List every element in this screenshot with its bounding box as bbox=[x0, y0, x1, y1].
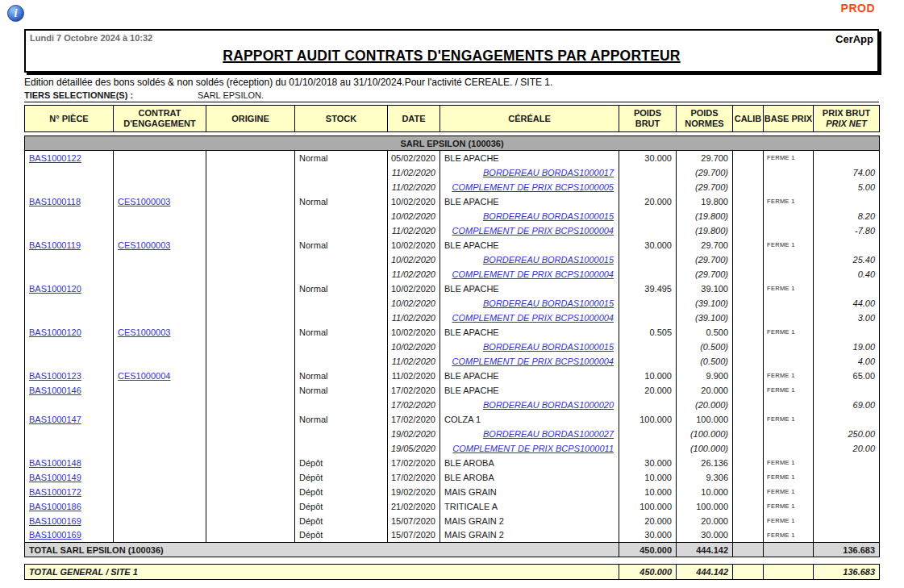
column-header-stock: STOCK bbox=[295, 106, 388, 132]
piece-link[interactable]: BAS1000149 bbox=[29, 473, 81, 482]
column-header-table: N° PIÈCECONTRATD'ENGAGEMENTORIGINESTOCKD… bbox=[24, 105, 880, 132]
piece-link[interactable]: BAS1000120 bbox=[29, 284, 81, 294]
calib-cell bbox=[733, 485, 764, 499]
table-row: BAS1000172Dépôt19/02/2020MAIS GRAIN10.00… bbox=[25, 485, 880, 499]
document-cell: COMPLEMENT DE PRIX BCPS1000005 bbox=[440, 180, 619, 194]
piece-link[interactable]: BAS1000186 bbox=[29, 502, 81, 511]
poids-normes-cell: (39.100) bbox=[677, 296, 733, 311]
document-link[interactable]: COMPLEMENT DE PRIX BCPS1000005 bbox=[452, 182, 614, 192]
poids-normes-cell: (39.100) bbox=[677, 311, 733, 325]
poids-normes-cell: (100.000) bbox=[677, 441, 733, 456]
document-link[interactable]: COMPLEMENT DE PRIX BCPS1000004 bbox=[452, 357, 614, 366]
general-total-label: TOTAL GENERAL / SITE 1 bbox=[25, 565, 619, 580]
prix-cell: 44.00 bbox=[814, 296, 880, 311]
piece-link[interactable]: BAS1000119 bbox=[29, 240, 81, 250]
poids-normes-cell: (100.000) bbox=[677, 427, 733, 441]
stock-cell bbox=[295, 209, 388, 223]
piece-link[interactable]: BAS1000118 bbox=[29, 197, 81, 206]
poids-normes-cell: (29.700) bbox=[677, 180, 733, 194]
group-total-prix: 136.683 bbox=[814, 543, 880, 557]
document-link[interactable]: COMPLEMENT DE PRIX BCPS1000004 bbox=[452, 313, 614, 323]
piece-link[interactable]: BAS1000147 bbox=[29, 415, 81, 424]
stock-cell bbox=[295, 354, 388, 369]
document-link[interactable]: BORDEREAU BORDAS1000027 bbox=[483, 429, 614, 439]
piece-link[interactable]: BAS1000169 bbox=[29, 530, 81, 540]
poids-normes-cell: 100.000 bbox=[677, 412, 733, 427]
table-row: BAS1000120CES1000003Normal10/02/2020BLE … bbox=[25, 325, 880, 340]
document-link[interactable]: COMPLEMENT DE PRIX BCPS1000004 bbox=[452, 269, 614, 279]
date-cell: 19/05/2020 bbox=[388, 441, 440, 456]
sub-row: 10/02/2020BORDEREAU BORDAS1000015(0.500)… bbox=[25, 340, 880, 354]
calib-cell bbox=[733, 528, 764, 543]
piece-cell bbox=[25, 267, 114, 281]
column-header-date: DATE bbox=[388, 106, 440, 132]
poids-brut-cell bbox=[619, 340, 677, 354]
document-link[interactable]: BORDEREAU BORDAS1000020 bbox=[483, 400, 614, 410]
sub-row: 11/02/2020COMPLEMENT DE PRIX BCPS1000004… bbox=[25, 354, 880, 369]
stock-cell: Dépôt bbox=[295, 528, 388, 543]
piece-cell: BAS1000147 bbox=[25, 412, 114, 427]
stock-cell: Dépôt bbox=[295, 514, 388, 528]
document-link[interactable]: COMPLEMENT DE PRIX BCPS1000004 bbox=[452, 226, 614, 236]
poids-brut-cell: 10.000 bbox=[619, 369, 677, 383]
date-cell: 05/02/2020 bbox=[388, 151, 440, 165]
calib-cell bbox=[733, 296, 764, 311]
prix-cell bbox=[814, 325, 880, 340]
date-cell: 17/02/2020 bbox=[388, 383, 440, 398]
origine-cell bbox=[206, 354, 295, 369]
piece-link[interactable]: BAS1000120 bbox=[29, 327, 81, 337]
contract-link[interactable]: CES1000003 bbox=[118, 240, 170, 250]
stock-cell: Normal bbox=[295, 412, 388, 427]
poids-normes-cell: (29.700) bbox=[677, 165, 733, 180]
stock-cell: Normal bbox=[295, 238, 388, 252]
poids-brut-cell: 10.000 bbox=[619, 485, 677, 499]
contract-link[interactable]: CES1000003 bbox=[118, 197, 170, 206]
document-link[interactable]: COMPLEMENT DE PRIX BCPS1000011 bbox=[452, 444, 614, 453]
piece-cell: BAS1000119 bbox=[25, 238, 114, 252]
contract-link[interactable]: CES1000003 bbox=[118, 327, 170, 337]
date-cell: 11/02/2020 bbox=[388, 223, 440, 238]
stock-cell: Normal bbox=[295, 194, 388, 209]
origine-cell bbox=[206, 281, 295, 296]
contract-cell bbox=[114, 456, 206, 470]
piece-link[interactable]: BAS1000172 bbox=[29, 487, 81, 497]
document-link[interactable]: BORDEREAU BORDAS1000015 bbox=[483, 211, 614, 221]
piece-link[interactable]: BAS1000146 bbox=[29, 386, 81, 395]
prix-cell bbox=[814, 528, 880, 543]
poids-normes-cell: 0.500 bbox=[677, 325, 733, 340]
general-total-brut: 450.000 bbox=[619, 565, 677, 580]
piece-link[interactable]: BAS1000169 bbox=[29, 516, 81, 526]
document-link[interactable]: BORDEREAU BORDAS1000017 bbox=[483, 168, 614, 177]
base-prix-cell: FERME 1 bbox=[764, 325, 814, 340]
origine-cell bbox=[206, 470, 295, 485]
document-link[interactable]: BORDEREAU BORDAS1000015 bbox=[483, 342, 614, 352]
contract-cell bbox=[114, 470, 206, 485]
calib-cell bbox=[733, 180, 764, 194]
poids-brut-cell bbox=[619, 223, 677, 238]
base-prix-cell: FERME 1 bbox=[764, 383, 814, 398]
base-prix-cell bbox=[764, 441, 814, 456]
info-icon[interactable]: i bbox=[7, 5, 24, 22]
contract-cell: CES1000003 bbox=[114, 238, 206, 252]
piece-link[interactable]: BAS1000148 bbox=[29, 458, 81, 468]
poids-brut-cell: 20.000 bbox=[619, 383, 677, 398]
base-prix-cell bbox=[764, 223, 814, 238]
poids-brut-cell bbox=[619, 267, 677, 281]
origine-cell bbox=[206, 223, 295, 238]
document-cell: COMPLEMENT DE PRIX BCPS1000004 bbox=[440, 267, 619, 281]
column-header-poids-normes: POIDSNORMES bbox=[677, 106, 733, 132]
piece-cell: BAS1000186 bbox=[25, 499, 114, 514]
origine-cell bbox=[206, 528, 295, 543]
prix-cell bbox=[814, 151, 880, 165]
contract-link[interactable]: CES1000004 bbox=[118, 371, 170, 381]
document-link[interactable]: BORDEREAU BORDAS1000015 bbox=[483, 298, 614, 308]
calib-cell bbox=[733, 456, 764, 470]
origine-cell bbox=[206, 514, 295, 528]
piece-link[interactable]: BAS1000123 bbox=[29, 371, 81, 381]
divider bbox=[24, 102, 879, 102]
piece-link[interactable]: BAS1000122 bbox=[29, 153, 81, 163]
poids-normes-cell: 20.000 bbox=[677, 514, 733, 528]
document-link[interactable]: BORDEREAU BORDAS1000015 bbox=[483, 255, 614, 265]
prix-cell bbox=[814, 470, 880, 485]
poids-brut-cell bbox=[619, 180, 677, 194]
